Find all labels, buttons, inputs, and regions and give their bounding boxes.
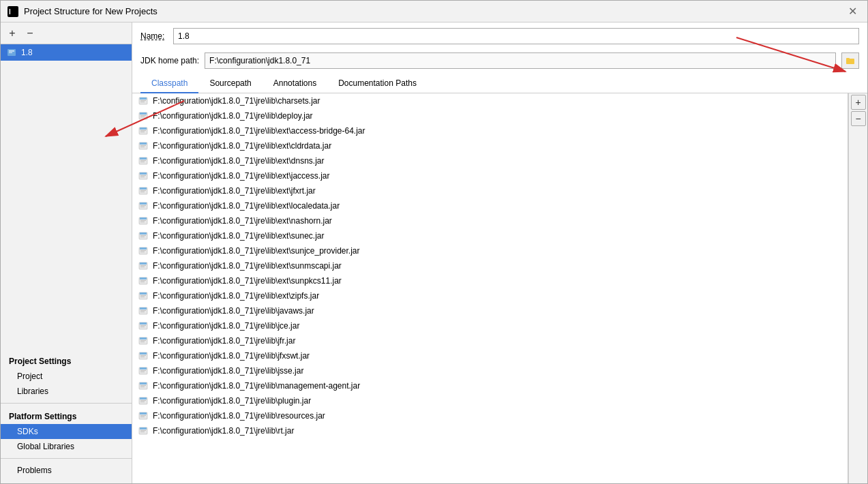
classpath-path-text: F:\configuration\jdk1.8.0_71\jre\lib\ext… [153, 126, 365, 136]
classpath-list-item[interactable]: F:\configuration\jdk1.8.0_71\jre\lib\jav… [132, 303, 848, 318]
svg-rect-44 [140, 232, 147, 235]
jar-icon [138, 276, 149, 286]
nav-item-sdks[interactable]: SDKs [1, 424, 132, 439]
nav-item-global-libraries[interactable]: Global Libraries [1, 439, 132, 454]
classpath-list-item[interactable]: F:\configuration\jdk1.8.0_71\jre\lib\ext… [132, 258, 848, 273]
classpath-list-item[interactable]: F:\configuration\jdk1.8.0_71\jre\lib\ext… [132, 228, 848, 243]
project-settings-heading: Project Settings [1, 352, 132, 369]
svg-rect-14 [140, 117, 145, 117]
svg-rect-12 [140, 112, 147, 115]
left-panel: + − 1.8 [1, 22, 132, 483]
jar-icon [138, 351, 149, 361]
jar-icon [138, 231, 149, 241]
svg-rect-38 [140, 207, 145, 207]
svg-rect-85 [140, 385, 146, 386]
svg-rect-54 [140, 267, 145, 267]
classpath-list-item[interactable]: F:\configuration\jdk1.8.0_71\jre\lib\ext… [132, 213, 848, 228]
jar-icon [138, 336, 149, 346]
svg-rect-49 [140, 250, 146, 251]
classpath-path-text: F:\configuration\jdk1.8.0_71\jre\lib\jfr… [153, 336, 295, 346]
jar-icon [138, 261, 149, 271]
svg-rect-20 [140, 142, 147, 145]
sdk-list: 1.8 [1, 44, 132, 347]
svg-rect-36 [140, 202, 147, 205]
classpath-list-item[interactable]: F:\configuration\jdk1.8.0_71\jre\lib\ext… [132, 273, 848, 288]
nav-item-libraries[interactable]: Libraries [1, 384, 132, 399]
svg-rect-13 [140, 115, 146, 116]
svg-rect-88 [140, 397, 147, 399]
svg-rect-16 [140, 127, 147, 130]
jar-icon [138, 96, 149, 106]
svg-rect-42 [140, 222, 145, 222]
jar-icon [138, 126, 149, 136]
classpath-list-item[interactable]: F:\configuration\jdk1.8.0_71\jre\lib\ext… [132, 138, 848, 153]
jar-icon [138, 156, 149, 166]
jar-icon [138, 141, 149, 151]
jar-icon [138, 186, 149, 196]
classpath-remove-button[interactable]: − [851, 111, 866, 126]
svg-rect-77 [140, 355, 146, 356]
classpath-list-item[interactable]: F:\configuration\jdk1.8.0_71\jre\lib\cha… [132, 93, 848, 108]
jar-icon [138, 111, 149, 121]
classpath-list-item[interactable]: F:\configuration\jdk1.8.0_71\jre\lib\ext… [132, 123, 848, 138]
classpath-path-text: F:\configuration\jdk1.8.0_71\jre\lib\ext… [153, 171, 329, 181]
svg-rect-61 [140, 295, 146, 296]
classpath-list-item[interactable]: F:\configuration\jdk1.8.0_71\jre\lib\ext… [132, 153, 848, 168]
classpath-path-text: F:\configuration\jdk1.8.0_71\jre\lib\plu… [153, 396, 311, 406]
classpath-add-button[interactable]: + [851, 95, 866, 110]
tab-sourcepath[interactable]: Sourcepath [198, 74, 262, 93]
jar-icon [138, 306, 149, 316]
nav-item-problems[interactable]: Problems [1, 463, 132, 478]
svg-rect-17 [140, 130, 146, 131]
jar-icon [138, 426, 149, 436]
svg-rect-9 [140, 100, 146, 101]
svg-rect-48 [140, 247, 147, 249]
svg-rect-37 [140, 205, 146, 206]
nav-item-project[interactable]: Project [1, 369, 132, 384]
name-input[interactable] [173, 28, 859, 44]
svg-rect-96 [140, 427, 147, 429]
sdk-item[interactable]: 1.8 [1, 44, 132, 61]
jdk-path-input[interactable] [205, 52, 836, 69]
classpath-path-text: F:\configuration\jdk1.8.0_71\jre\lib\dep… [153, 111, 313, 121]
tab-documentation-paths[interactable]: Documentation Paths [327, 74, 428, 93]
jar-icon [138, 366, 149, 376]
classpath-list-item[interactable]: F:\configuration\jdk1.8.0_71\jre\lib\ext… [132, 198, 848, 213]
jdk-browse-button[interactable] [841, 52, 859, 69]
classpath-sidebar: + − [848, 93, 867, 483]
classpath-list-item[interactable]: F:\configuration\jdk1.8.0_71\jre\lib\res… [132, 408, 848, 423]
classpath-list-item[interactable]: F:\configuration\jdk1.8.0_71\jre\lib\ext… [132, 288, 848, 303]
classpath-list-item[interactable]: F:\configuration\jdk1.8.0_71\jre\lib\jfr… [132, 333, 848, 348]
classpath-list-item[interactable]: F:\configuration\jdk1.8.0_71\jre\lib\jss… [132, 363, 848, 378]
classpath-panel: F:\configuration\jdk1.8.0_71\jre\lib\cha… [132, 93, 867, 483]
classpath-list-item[interactable]: F:\configuration\jdk1.8.0_71\jre\lib\man… [132, 378, 848, 393]
svg-rect-70 [140, 327, 145, 327]
tab-annotations[interactable]: Annotations [263, 74, 327, 93]
classpath-list-item[interactable]: F:\configuration\jdk1.8.0_71\jre\lib\dep… [132, 108, 848, 123]
tabs-bar: Classpath Sourcepath Annotations Documen… [132, 74, 867, 93]
close-button[interactable]: ✕ [844, 3, 860, 20]
svg-rect-98 [140, 432, 145, 432]
classpath-list-item[interactable]: F:\configuration\jdk1.8.0_71\jre\lib\ext… [132, 183, 848, 198]
remove-sdk-button[interactable]: − [23, 26, 38, 41]
svg-rect-81 [140, 370, 146, 371]
add-sdk-button[interactable]: + [5, 26, 20, 41]
classpath-list-item[interactable]: F:\configuration\jdk1.8.0_71\jre\lib\ext… [132, 243, 848, 258]
classpath-path-text: F:\configuration\jdk1.8.0_71\jre\lib\ext… [153, 186, 316, 196]
svg-rect-24 [140, 157, 147, 160]
classpath-list-item[interactable]: F:\configuration\jdk1.8.0_71\jre\lib\plu… [132, 393, 848, 408]
classpath-path-text: F:\configuration\jdk1.8.0_71\jre\lib\ext… [153, 276, 342, 286]
classpath-list-item[interactable]: F:\configuration\jdk1.8.0_71\jre\lib\jfx… [132, 348, 848, 363]
tab-classpath[interactable]: Classpath [140, 74, 198, 93]
jar-icon [138, 396, 149, 406]
left-nav: Project Settings Project Libraries Platf… [1, 347, 132, 483]
svg-rect-40 [140, 217, 147, 220]
classpath-path-text: F:\configuration\jdk1.8.0_71\jre\lib\ext… [153, 246, 360, 256]
classpath-list-item[interactable]: F:\configuration\jdk1.8.0_71\jre\lib\rt.… [132, 423, 848, 438]
classpath-list-item[interactable]: F:\configuration\jdk1.8.0_71\jre\lib\jce… [132, 318, 848, 333]
svg-rect-94 [140, 417, 145, 417]
svg-rect-22 [140, 147, 145, 147]
jar-icon [138, 381, 149, 391]
classpath-list-item[interactable]: F:\configuration\jdk1.8.0_71\jre\lib\ext… [132, 168, 848, 183]
classpath-path-text: F:\configuration\jdk1.8.0_71\jre\lib\res… [153, 411, 325, 421]
